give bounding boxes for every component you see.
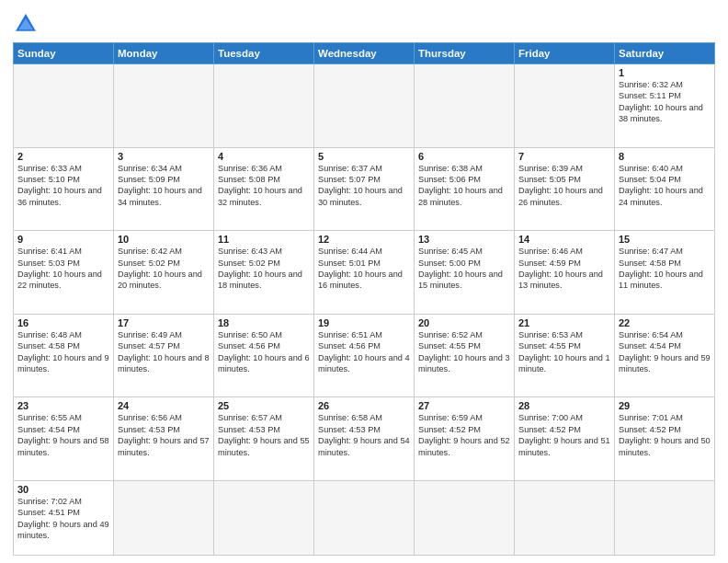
calendar-cell: 6Sunrise: 6:38 AM Sunset: 5:06 PM Daylig…	[415, 147, 515, 231]
calendar-cell: 8Sunrise: 6:40 AM Sunset: 5:04 PM Daylig…	[615, 147, 715, 231]
calendar-cell: 18Sunrise: 6:50 AM Sunset: 4:56 PM Dayli…	[214, 314, 314, 397]
day-number: 6	[418, 151, 510, 162]
calendar-cell: 17Sunrise: 6:49 AM Sunset: 4:57 PM Dayli…	[114, 314, 214, 397]
calendar-cell: 23Sunrise: 6:55 AM Sunset: 4:54 PM Dayli…	[14, 397, 114, 481]
day-number: 24	[118, 400, 210, 411]
day-info: Sunrise: 6:57 AM Sunset: 4:53 PM Dayligh…	[218, 412, 310, 458]
calendar-cell	[214, 481, 314, 556]
day-number: 7	[518, 151, 610, 162]
day-info: Sunrise: 6:43 AM Sunset: 5:02 PM Dayligh…	[218, 246, 310, 292]
day-info: Sunrise: 6:55 AM Sunset: 4:54 PM Dayligh…	[17, 412, 109, 458]
calendar-cell	[415, 481, 515, 556]
week-row-2: 9Sunrise: 6:41 AM Sunset: 5:03 PM Daylig…	[14, 231, 715, 315]
day-info: Sunrise: 6:33 AM Sunset: 5:10 PM Dayligh…	[17, 163, 109, 209]
day-number: 16	[17, 317, 109, 328]
day-number: 4	[218, 151, 310, 162]
day-info: Sunrise: 7:00 AM Sunset: 4:52 PM Dayligh…	[518, 412, 610, 458]
calendar-cell: 7Sunrise: 6:39 AM Sunset: 5:05 PM Daylig…	[515, 147, 615, 231]
day-info: Sunrise: 7:01 AM Sunset: 4:52 PM Dayligh…	[619, 412, 711, 458]
weekday-thursday: Thursday	[415, 43, 515, 64]
calendar-cell: 14Sunrise: 6:46 AM Sunset: 4:59 PM Dayli…	[515, 231, 615, 315]
day-info: Sunrise: 6:51 AM Sunset: 4:56 PM Dayligh…	[318, 329, 410, 375]
calendar-cell: 21Sunrise: 6:53 AM Sunset: 4:55 PM Dayli…	[515, 314, 615, 397]
day-number: 11	[218, 234, 310, 245]
week-row-1: 2Sunrise: 6:33 AM Sunset: 5:10 PM Daylig…	[14, 147, 715, 231]
day-number: 5	[318, 151, 410, 162]
calendar-cell	[314, 64, 415, 148]
day-info: Sunrise: 6:47 AM Sunset: 4:58 PM Dayligh…	[619, 246, 711, 292]
day-number: 10	[118, 234, 210, 245]
calendar-cell: 15Sunrise: 6:47 AM Sunset: 4:58 PM Dayli…	[615, 231, 715, 315]
weekday-friday: Friday	[515, 43, 615, 64]
page: SundayMondayTuesdayWednesdayThursdayFrid…	[0, 0, 728, 563]
calendar-cell: 16Sunrise: 6:48 AM Sunset: 4:58 PM Dayli…	[14, 314, 114, 397]
calendar-cell: 25Sunrise: 6:57 AM Sunset: 4:53 PM Dayli…	[214, 397, 314, 481]
calendar-cell	[114, 64, 214, 148]
calendar-cell: 28Sunrise: 7:00 AM Sunset: 4:52 PM Dayli…	[515, 397, 615, 481]
calendar-cell: 10Sunrise: 6:42 AM Sunset: 5:02 PM Dayli…	[114, 231, 214, 315]
day-info: Sunrise: 6:32 AM Sunset: 5:11 PM Dayligh…	[619, 79, 711, 125]
day-number: 1	[619, 67, 711, 78]
weekday-saturday: Saturday	[615, 43, 715, 64]
day-info: Sunrise: 6:46 AM Sunset: 4:59 PM Dayligh…	[518, 246, 610, 292]
calendar-cell	[14, 64, 114, 148]
calendar-cell	[615, 481, 715, 556]
calendar-table: SundayMondayTuesdayWednesdayThursdayFrid…	[13, 42, 715, 556]
day-number: 25	[218, 400, 310, 411]
calendar-cell: 5Sunrise: 6:37 AM Sunset: 5:07 PM Daylig…	[314, 147, 415, 231]
day-number: 17	[118, 317, 210, 328]
day-number: 2	[17, 151, 109, 162]
day-info: Sunrise: 6:36 AM Sunset: 5:08 PM Dayligh…	[218, 163, 310, 209]
day-info: Sunrise: 6:34 AM Sunset: 5:09 PM Dayligh…	[118, 163, 210, 209]
day-number: 22	[619, 317, 711, 328]
calendar-cell: 29Sunrise: 7:01 AM Sunset: 4:52 PM Dayli…	[615, 397, 715, 481]
day-info: Sunrise: 6:59 AM Sunset: 4:52 PM Dayligh…	[418, 412, 510, 458]
day-number: 26	[318, 400, 410, 411]
day-number: 19	[318, 317, 410, 328]
logo	[13, 11, 42, 37]
day-info: Sunrise: 6:50 AM Sunset: 4:56 PM Dayligh…	[218, 329, 310, 375]
day-info: Sunrise: 6:53 AM Sunset: 4:55 PM Dayligh…	[518, 329, 610, 375]
day-info: Sunrise: 6:56 AM Sunset: 4:53 PM Dayligh…	[118, 412, 210, 458]
day-number: 30	[17, 484, 109, 495]
calendar-cell: 26Sunrise: 6:58 AM Sunset: 4:53 PM Dayli…	[314, 397, 415, 481]
day-info: Sunrise: 6:39 AM Sunset: 5:05 PM Dayligh…	[518, 163, 610, 209]
day-number: 18	[218, 317, 310, 328]
calendar-cell	[415, 64, 515, 148]
calendar-cell: 22Sunrise: 6:54 AM Sunset: 4:54 PM Dayli…	[615, 314, 715, 397]
day-number: 14	[518, 234, 610, 245]
day-info: Sunrise: 6:38 AM Sunset: 5:06 PM Dayligh…	[418, 163, 510, 209]
calendar-cell: 27Sunrise: 6:59 AM Sunset: 4:52 PM Dayli…	[415, 397, 515, 481]
weekday-monday: Monday	[114, 43, 214, 64]
calendar-cell	[214, 64, 314, 148]
day-number: 8	[619, 151, 711, 162]
calendar-cell: 2Sunrise: 6:33 AM Sunset: 5:10 PM Daylig…	[14, 147, 114, 231]
week-row-3: 16Sunrise: 6:48 AM Sunset: 4:58 PM Dayli…	[14, 314, 715, 397]
day-number: 3	[118, 151, 210, 162]
calendar-cell	[314, 481, 415, 556]
calendar-cell: 20Sunrise: 6:52 AM Sunset: 4:55 PM Dayli…	[415, 314, 515, 397]
day-number: 9	[17, 234, 109, 245]
calendar-cell: 9Sunrise: 6:41 AM Sunset: 5:03 PM Daylig…	[14, 231, 114, 315]
calendar-cell: 1Sunrise: 6:32 AM Sunset: 5:11 PM Daylig…	[615, 64, 715, 148]
calendar-cell: 19Sunrise: 6:51 AM Sunset: 4:56 PM Dayli…	[314, 314, 415, 397]
calendar-cell: 13Sunrise: 6:45 AM Sunset: 5:00 PM Dayli…	[415, 231, 515, 315]
day-info: Sunrise: 6:45 AM Sunset: 5:00 PM Dayligh…	[418, 246, 510, 292]
calendar-cell: 12Sunrise: 6:44 AM Sunset: 5:01 PM Dayli…	[314, 231, 415, 315]
calendar-cell	[515, 64, 615, 148]
calendar-cell	[114, 481, 214, 556]
day-info: Sunrise: 6:58 AM Sunset: 4:53 PM Dayligh…	[318, 412, 410, 458]
header	[13, 11, 715, 37]
weekday-wednesday: Wednesday	[314, 43, 415, 64]
calendar-cell: 24Sunrise: 6:56 AM Sunset: 4:53 PM Dayli…	[114, 397, 214, 481]
day-number: 28	[518, 400, 610, 411]
day-number: 23	[17, 400, 109, 411]
weekday-tuesday: Tuesday	[214, 43, 314, 64]
weekday-header-row: SundayMondayTuesdayWednesdayThursdayFrid…	[14, 43, 715, 64]
day-info: Sunrise: 6:44 AM Sunset: 5:01 PM Dayligh…	[318, 246, 410, 292]
day-number: 27	[418, 400, 510, 411]
calendar-cell	[515, 481, 615, 556]
logo-icon	[13, 11, 39, 37]
weekday-sunday: Sunday	[14, 43, 114, 64]
day-info: Sunrise: 6:40 AM Sunset: 5:04 PM Dayligh…	[619, 163, 711, 209]
